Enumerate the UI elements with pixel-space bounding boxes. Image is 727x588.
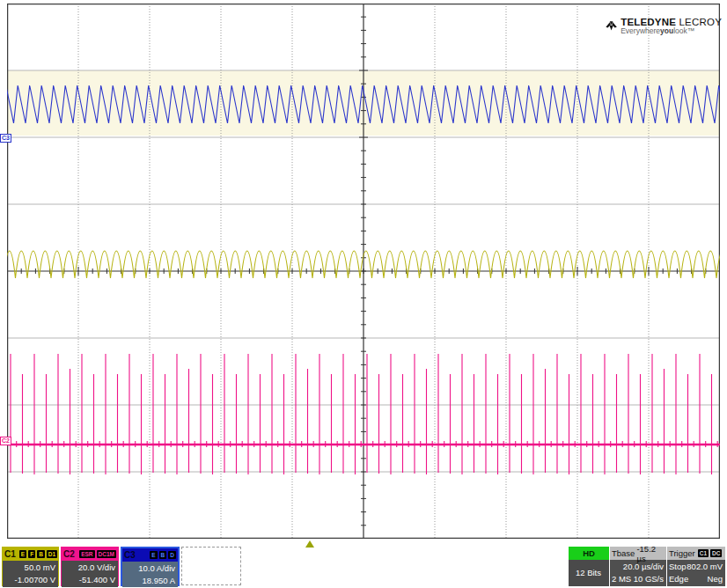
channel-c1-descriptor[interactable]: C1 E F B D1 50.0 mV -1.00700 V <box>2 547 59 586</box>
trigger-mode: Stop <box>669 561 687 573</box>
tbase-per-div: 20.0 µs/div <box>612 561 664 573</box>
teledyne-lecroy-logo: TELEDYNE LECROY Everywhereyoulook™ <box>606 9 722 42</box>
c1-label: C1 <box>4 549 16 559</box>
c1-scale: 50.0 mV <box>4 562 55 574</box>
oscilloscope-screen: TELEDYNE LECROY Everywhereyoulook™ C3 C2… <box>0 0 727 588</box>
c2-header[interactable]: C2 ESR DC1M <box>62 548 118 561</box>
c1-badge-b: B <box>37 550 45 558</box>
c3-badge-e: E <box>150 551 157 559</box>
teledyne-arrows-icon <box>606 11 617 40</box>
channel-c3-descriptor[interactable]: C3 E B D 10.0 A/div 18.950 A <box>121 547 180 586</box>
trigger-slope: Neg <box>708 573 723 585</box>
channel-c2-descriptor[interactable]: C2 ESR DC1M 20.0 V/div -51.400 V <box>61 547 119 586</box>
c2-offset: -51.400 V <box>63 574 115 586</box>
c3-scale: 10.0 A/div <box>124 562 175 575</box>
c3-values: 10.0 A/div 18.950 A <box>122 562 178 587</box>
tbase-label: Tbase <box>612 548 635 558</box>
hd-label: HD <box>583 548 595 558</box>
c3-badge-d: D <box>168 551 176 559</box>
c2-values: 20.0 V/div -51.400 V <box>62 561 118 587</box>
c2-label: C2 <box>63 549 75 559</box>
c3-position-marker[interactable]: C3 <box>0 134 11 143</box>
tbase-sample-rate: 10 GS/s <box>634 573 664 585</box>
tbase-values: 20.0 µs/div 2 MS 10 GS/s <box>610 560 666 586</box>
hd-header: HD <box>569 547 609 560</box>
trigger-coupling-badge: DC <box>710 549 722 557</box>
trigger-level: 802.0 mV <box>687 561 723 573</box>
waveform-display[interactable] <box>7 4 720 539</box>
graticule-area[interactable] <box>7 4 720 539</box>
c3-badge-b: B <box>159 551 167 559</box>
c2-badge-esr: ESR <box>79 550 94 558</box>
hd-mode-box[interactable]: HD 12 Bits <box>569 547 609 586</box>
c3-label: C3 <box>124 550 136 560</box>
descriptor-bar: C1 E F B D1 50.0 mV -1.00700 V C2 ESR DC… <box>0 546 727 588</box>
c1-header[interactable]: C1 E F B D1 <box>3 548 58 561</box>
tbase-header[interactable]: Tbase -15.2 µs <box>610 547 666 560</box>
c3-header[interactable]: C3 E B D <box>122 548 178 562</box>
c2-position-marker[interactable]: C2 <box>0 437 11 445</box>
c1-values: 50.0 mV -1.00700 V <box>3 561 58 587</box>
c3-offset: 18.950 A <box>124 575 175 587</box>
c2-scale: 20.0 V/div <box>63 562 115 574</box>
timebase-descriptor[interactable]: Tbase -15.2 µs 20.0 µs/div 2 MS 10 GS/s <box>610 547 666 586</box>
c2-badge-dc1m: DC1M <box>97 550 116 558</box>
trigger-values: Stop 802.0 mV Edge Neg <box>667 560 725 586</box>
tbase-memory: 2 MS <box>612 573 631 585</box>
c1-offset: -1.00700 V <box>4 574 55 586</box>
c1-badge-e: E <box>19 550 26 558</box>
logo-tagline: Everywhereyoulook™ <box>621 27 722 35</box>
trigger-label: Trigger <box>669 548 695 558</box>
trigger-descriptor[interactable]: Trigger C1 DC Stop 802.0 mV Edge Neg <box>667 547 725 586</box>
c1-badge-f: F <box>28 550 35 558</box>
trigger-kind: Edge <box>669 573 688 585</box>
empty-descriptor-slot[interactable] <box>181 547 241 585</box>
c1-badge-d1: D1 <box>47 550 57 558</box>
trigger-header[interactable]: Trigger C1 DC <box>667 547 725 560</box>
trigger-source-badge: C1 <box>698 549 709 557</box>
hd-bits: 12 Bits <box>569 560 609 586</box>
